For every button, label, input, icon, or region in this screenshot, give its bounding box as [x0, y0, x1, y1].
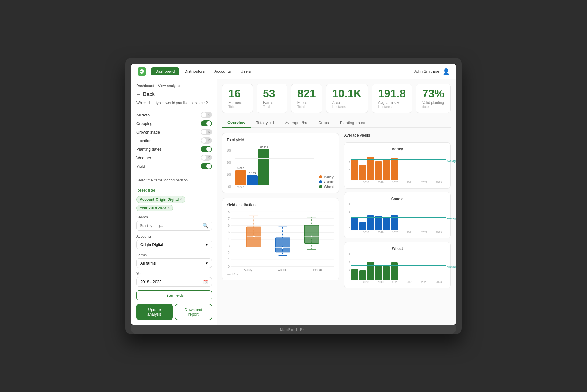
reset-filter-link[interactable]: Reset filter: [136, 188, 212, 192]
barley-y-labels: 6 4 2 0: [349, 152, 351, 180]
laptop-brand: MacBook Pro: [280, 328, 307, 332]
stat-area-label: Area: [332, 101, 362, 105]
canola-avg-chart: Canola 6 4 2 0: [344, 192, 451, 238]
stat-avg-farm-size: 191.8 Avg farm size Hectares: [372, 84, 412, 113]
stat-valid-planting-number: 73%: [422, 88, 444, 99]
search-group: Search 🔍: [136, 215, 212, 231]
barley-chart-title: Barley: [349, 147, 446, 151]
svg-point-22: [282, 247, 284, 249]
filter-tag-account[interactable]: Account Origin Digital ×: [136, 196, 185, 203]
toggle-all-data[interactable]: [201, 112, 212, 118]
yield-distribution-title: Yield distribution: [227, 203, 334, 207]
nav-users[interactable]: Users: [236, 67, 255, 75]
stat-area-number: 10.1K: [332, 88, 362, 99]
barley-bar-group: 9,898: [235, 145, 246, 185]
total-yield-title: Total yield: [227, 137, 334, 142]
farms-label: Farms: [136, 253, 212, 257]
wheat-bars-area: Average: [351, 252, 446, 284]
filter-all-data: All data: [136, 111, 212, 119]
accounts-select[interactable]: Origin Digital ▾: [136, 240, 212, 249]
search-input[interactable]: [140, 223, 201, 228]
stat-avg-farm-label: Avg farm size: [378, 101, 406, 105]
action-buttons: Update analysis Download report: [136, 304, 212, 320]
yield-dist-y-axis: 8 7 6 5 4 3 2 1 0: [227, 210, 231, 268]
toggle-location[interactable]: [201, 137, 212, 144]
year-group: Year 2018 - 2023 📅: [136, 272, 212, 287]
divider-1: [136, 174, 212, 174]
accounts-group: Accounts Origin Digital ▾: [136, 234, 212, 249]
username-label: John Smithson: [414, 69, 440, 74]
toggle-planting-dates[interactable]: [201, 146, 212, 152]
tab-planting-dates[interactable]: Planting dates: [334, 118, 371, 128]
toggle-yield[interactable]: [201, 163, 212, 169]
total-yield-y-axis: 30k 20k 10k 0k: [227, 149, 233, 189]
filter-fields-button[interactable]: Filter fields: [136, 290, 212, 300]
accounts-label: Accounts: [136, 234, 212, 239]
back-button[interactable]: ← Back: [136, 92, 212, 97]
filter-tag-year[interactable]: Year 2018-2023 ×: [136, 205, 173, 211]
nav-accounts[interactable]: Accounts: [210, 67, 235, 75]
canola-avg-line: Average: [351, 217, 446, 218]
barley-avg-line: Average: [351, 159, 446, 160]
filter-yield: Yield: [136, 162, 212, 170]
top-navigation: Dashboard Distributors Accounts Users Jo…: [131, 64, 456, 79]
left-charts: Total yield 30k 20k 10k 0k: [222, 133, 339, 288]
wheat-bars: Average: [351, 252, 446, 280]
filter-question: Which data types would you like to explo…: [136, 101, 212, 105]
search-box[interactable]: 🔍: [136, 221, 212, 231]
stat-valid-planting-sublabel: dates: [422, 105, 444, 108]
canola-y-labels: 6 4 2 0: [349, 202, 351, 230]
stat-area-sublabel: Hectares: [332, 105, 362, 108]
download-report-button[interactable]: Download report: [175, 304, 212, 320]
sidebar: Dashboard › View analysis ← Back Which d…: [131, 79, 217, 325]
boxplot-svg: [231, 210, 334, 268]
active-filter-tags: Account Origin Digital × Year 2018-2023 …: [136, 196, 212, 211]
tab-average-tha[interactable]: Average t/ha: [279, 118, 313, 128]
stat-farms-label: Farms: [263, 101, 281, 105]
total-yield-legend: Barley Canola Wheat: [319, 175, 335, 189]
svg-point-29: [311, 236, 312, 237]
stat-area: 10.1K Area Hectares: [326, 84, 368, 113]
yield-dist-axis-label: Yield t/ha: [227, 273, 334, 276]
filter-weather: Weather: [136, 153, 212, 162]
tab-overview[interactable]: Overview: [222, 118, 251, 128]
stat-farmers-label: Farmers: [228, 101, 246, 105]
yield-distribution-chart: Yield distribution 8 7 6 5 4 3 2: [222, 198, 339, 280]
stat-avg-farm-number: 191.8: [378, 88, 406, 99]
stats-row: 16 Farmers Total 53 Farms Total 821 Fiel…: [222, 84, 451, 113]
canola-x-labels: 2018 2019 2020 2021 2022 2023: [351, 231, 446, 234]
laptop-container: Dashboard Distributors Accounts Users Jo…: [125, 58, 462, 334]
year-date-input[interactable]: 2018 - 2023 📅: [136, 277, 212, 287]
stat-farmers: 16 Farmers Total: [222, 84, 253, 113]
toggle-growth-stage[interactable]: [201, 129, 212, 135]
stat-farms-sublabel: Total: [263, 105, 281, 108]
wheat-x-labels: 2018 2019 2020 2021 2022 2023: [351, 280, 446, 284]
search-icon: 🔍: [202, 223, 209, 229]
legend-barley: Barley: [319, 175, 335, 179]
app-logo: [138, 67, 146, 76]
barley-bars: Average: [351, 152, 446, 180]
update-analysis-button[interactable]: Update analysis: [136, 304, 173, 320]
stat-farmers-sublabel: Total: [228, 105, 246, 108]
user-section: John Smithson 👤: [414, 68, 449, 75]
user-icon[interactable]: 👤: [443, 68, 449, 75]
nav-dashboard[interactable]: Dashboard: [151, 67, 179, 75]
stat-fields-number: 821: [297, 88, 316, 99]
total-yield-chart: Total yield 30k 20k 10k 0k: [222, 133, 339, 193]
yield-dist-boxes: Barley Canola Wheat: [231, 210, 334, 272]
toggle-weather[interactable]: [201, 155, 212, 161]
filter-planting-dates: Planting dates: [136, 145, 212, 153]
tab-crops[interactable]: Crops: [313, 118, 334, 128]
canola-bar: [247, 175, 258, 185]
nav-menu: Dashboard Distributors Accounts Users: [151, 67, 255, 75]
tab-total-yield[interactable]: Total yield: [251, 118, 279, 128]
barley-bar: [235, 170, 246, 185]
wheat-avg-line: Average: [351, 265, 446, 266]
barley-x-labels: 2018 2019 2020 2021 2022 2023: [351, 181, 446, 184]
nav-distributors[interactable]: Distributors: [180, 67, 209, 75]
filter-cropping: Cropping: [136, 119, 212, 128]
total-yield-x-label: Tonnes: [235, 185, 313, 189]
right-charts: Average yields Barley 6 4 2 0: [344, 133, 451, 288]
toggle-cropping[interactable]: [201, 120, 212, 126]
farms-select[interactable]: All farms ▾: [136, 258, 212, 268]
